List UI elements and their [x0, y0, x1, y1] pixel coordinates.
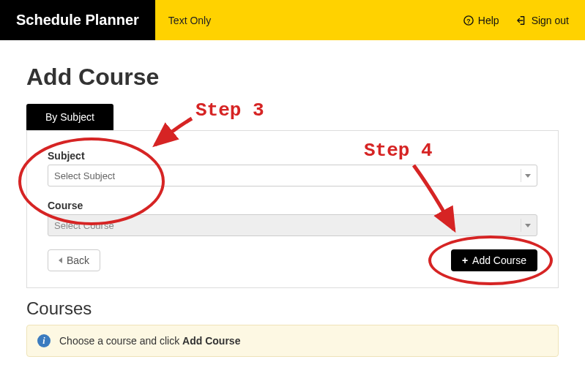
back-button[interactable]: Back [48, 249, 100, 271]
subject-select[interactable]: Select Subject [48, 165, 537, 186]
signout-icon [517, 15, 527, 26]
tabs: By Subject [26, 104, 559, 130]
plus-icon: + [462, 255, 468, 266]
add-course-label: Add Course [472, 255, 526, 266]
help-icon: ? [463, 15, 474, 26]
tab-by-subject[interactable]: By Subject [26, 104, 113, 130]
courses-heading: Courses [26, 298, 559, 319]
course-group: Course Select Course [48, 200, 537, 236]
info-prefix: Choose a course and click [59, 335, 182, 347]
help-label: Help [478, 15, 499, 26]
top-right: ? Help Sign out [463, 0, 585, 40]
subject-group: Subject Select Subject [48, 150, 537, 186]
brand-title: Schedule Planner [0, 0, 155, 40]
chevron-down-icon [521, 169, 534, 182]
form-panel: Subject Select Subject Course Select Cou… [26, 130, 559, 288]
form-actions: Back + Add Course [48, 249, 537, 271]
signout-label: Sign out [532, 15, 569, 26]
info-icon: i [37, 334, 51, 347]
add-course-button[interactable]: + Add Course [451, 249, 537, 271]
top-nav: Text Only [155, 0, 211, 40]
signout-link[interactable]: Sign out [517, 15, 569, 26]
chevron-down-icon [521, 219, 534, 232]
subject-placeholder: Select Subject [54, 170, 115, 181]
info-bold: Add Course [182, 335, 240, 347]
subject-label: Subject [48, 150, 537, 162]
help-link[interactable]: ? Help [463, 15, 499, 26]
chevron-left-icon [59, 257, 62, 263]
back-label: Back [67, 255, 89, 266]
text-only-link[interactable]: Text Only [168, 15, 211, 26]
course-select[interactable]: Select Course [48, 214, 537, 236]
page-title: Add Course [26, 64, 559, 91]
info-text: Choose a course and click Add Course [59, 335, 240, 347]
top-bar: Schedule Planner Text Only ? Help Sign o… [0, 0, 585, 40]
info-box: i Choose a course and click Add Course [26, 325, 559, 357]
content: Add Course By Subject Subject Select Sub… [0, 40, 585, 357]
svg-text:?: ? [466, 17, 470, 24]
course-label: Course [48, 200, 537, 211]
course-placeholder: Select Course [54, 220, 114, 231]
